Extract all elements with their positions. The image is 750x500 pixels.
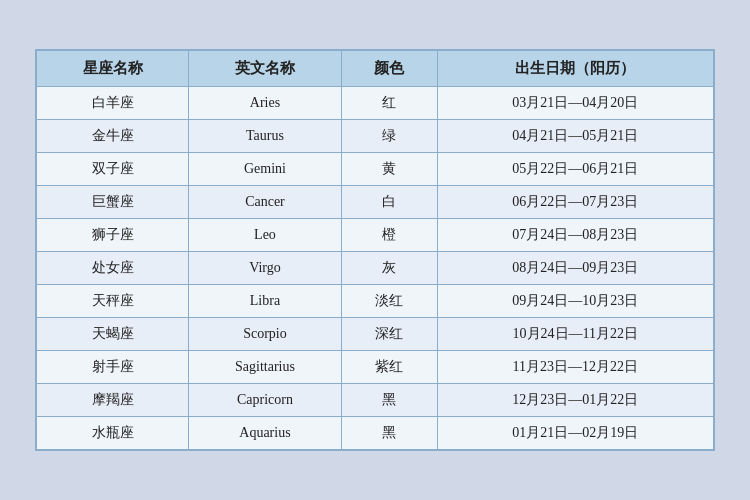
cell-color: 橙 <box>341 219 437 252</box>
cell-color: 灰 <box>341 252 437 285</box>
zodiac-table-container: 星座名称 英文名称 颜色 出生日期（阳历） 白羊座Aries红03月21日—04… <box>35 49 715 451</box>
cell-dates: 08月24日—09月23日 <box>437 252 713 285</box>
cell-english-name: Taurus <box>189 120 341 153</box>
cell-dates: 12月23日—01月22日 <box>437 384 713 417</box>
cell-chinese-name: 白羊座 <box>37 87 189 120</box>
table-body: 白羊座Aries红03月21日—04月20日金牛座Taurus绿04月21日—0… <box>37 87 714 450</box>
table-row: 白羊座Aries红03月21日—04月20日 <box>37 87 714 120</box>
table-header-row: 星座名称 英文名称 颜色 出生日期（阳历） <box>37 51 714 87</box>
table-row: 天蝎座Scorpio深红10月24日—11月22日 <box>37 318 714 351</box>
cell-chinese-name: 巨蟹座 <box>37 186 189 219</box>
cell-chinese-name: 双子座 <box>37 153 189 186</box>
header-dates: 出生日期（阳历） <box>437 51 713 87</box>
header-chinese-name: 星座名称 <box>37 51 189 87</box>
table-row: 双子座Gemini黄05月22日—06月21日 <box>37 153 714 186</box>
cell-dates: 01月21日—02月19日 <box>437 417 713 450</box>
table-row: 巨蟹座Cancer白06月22日—07月23日 <box>37 186 714 219</box>
cell-dates: 09月24日—10月23日 <box>437 285 713 318</box>
header-color: 颜色 <box>341 51 437 87</box>
cell-dates: 05月22日—06月21日 <box>437 153 713 186</box>
zodiac-table: 星座名称 英文名称 颜色 出生日期（阳历） 白羊座Aries红03月21日—04… <box>36 50 714 450</box>
cell-color: 白 <box>341 186 437 219</box>
cell-chinese-name: 金牛座 <box>37 120 189 153</box>
cell-english-name: Gemini <box>189 153 341 186</box>
table-row: 射手座Sagittarius紫红11月23日—12月22日 <box>37 351 714 384</box>
cell-english-name: Cancer <box>189 186 341 219</box>
cell-chinese-name: 狮子座 <box>37 219 189 252</box>
cell-english-name: Libra <box>189 285 341 318</box>
table-row: 水瓶座Aquarius黑01月21日—02月19日 <box>37 417 714 450</box>
cell-english-name: Aries <box>189 87 341 120</box>
table-row: 金牛座Taurus绿04月21日—05月21日 <box>37 120 714 153</box>
cell-color: 红 <box>341 87 437 120</box>
cell-chinese-name: 处女座 <box>37 252 189 285</box>
cell-color: 绿 <box>341 120 437 153</box>
table-row: 天秤座Libra淡红09月24日—10月23日 <box>37 285 714 318</box>
cell-color: 深红 <box>341 318 437 351</box>
cell-english-name: Virgo <box>189 252 341 285</box>
table-row: 摩羯座Capricorn黑12月23日—01月22日 <box>37 384 714 417</box>
cell-dates: 06月22日—07月23日 <box>437 186 713 219</box>
cell-dates: 04月21日—05月21日 <box>437 120 713 153</box>
cell-color: 淡红 <box>341 285 437 318</box>
cell-color: 紫红 <box>341 351 437 384</box>
cell-english-name: Scorpio <box>189 318 341 351</box>
cell-chinese-name: 天秤座 <box>37 285 189 318</box>
header-english-name: 英文名称 <box>189 51 341 87</box>
table-row: 处女座Virgo灰08月24日—09月23日 <box>37 252 714 285</box>
cell-english-name: Sagittarius <box>189 351 341 384</box>
cell-english-name: Capricorn <box>189 384 341 417</box>
cell-color: 黄 <box>341 153 437 186</box>
cell-color: 黑 <box>341 384 437 417</box>
cell-color: 黑 <box>341 417 437 450</box>
cell-dates: 03月21日—04月20日 <box>437 87 713 120</box>
cell-chinese-name: 水瓶座 <box>37 417 189 450</box>
cell-chinese-name: 射手座 <box>37 351 189 384</box>
cell-chinese-name: 天蝎座 <box>37 318 189 351</box>
cell-dates: 07月24日—08月23日 <box>437 219 713 252</box>
cell-dates: 11月23日—12月22日 <box>437 351 713 384</box>
table-row: 狮子座Leo橙07月24日—08月23日 <box>37 219 714 252</box>
cell-chinese-name: 摩羯座 <box>37 384 189 417</box>
cell-dates: 10月24日—11月22日 <box>437 318 713 351</box>
cell-english-name: Leo <box>189 219 341 252</box>
cell-english-name: Aquarius <box>189 417 341 450</box>
